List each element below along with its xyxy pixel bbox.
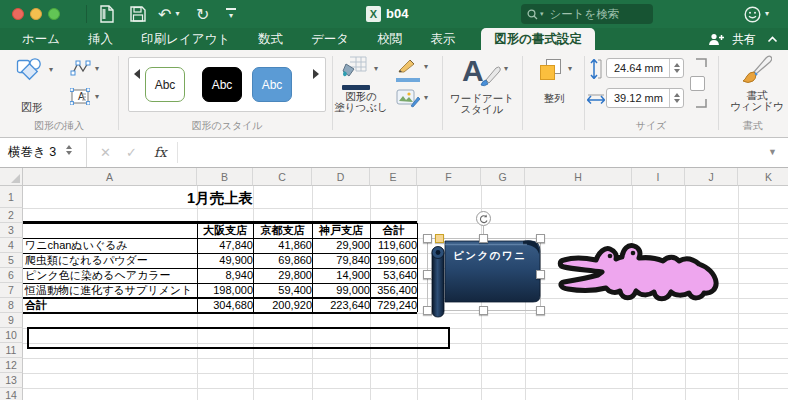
resize-handle-sw[interactable]: [423, 306, 432, 315]
cell-value[interactable]: 119,600: [370, 238, 421, 253]
column-header[interactable]: E: [370, 168, 417, 186]
row-header[interactable]: 8: [0, 298, 23, 313]
shape-height-field[interactable]: 24.64 mm: [606, 58, 684, 78]
rotation-handle[interactable]: [476, 211, 491, 226]
ribbon-tab[interactable]: 数式: [258, 31, 283, 48]
column-header[interactable]: F: [417, 168, 481, 186]
shape-outline-caret[interactable]: ▾: [424, 63, 428, 71]
shape-effects-button[interactable]: [396, 88, 420, 112]
insert-shape-caret[interactable]: ▾: [49, 66, 53, 74]
text-box-button[interactable]: A: [70, 88, 90, 109]
shape-outline-button[interactable]: [396, 58, 420, 82]
name-box-stepper[interactable]: [66, 145, 72, 155]
shape-fill-button[interactable]: [342, 56, 370, 90]
cell-value[interactable]: 14,900: [312, 268, 374, 283]
row-header[interactable]: 6: [0, 268, 23, 283]
fx-icon[interactable]: fx: [154, 138, 167, 167]
edit-points-caret[interactable]: ▾: [95, 65, 99, 73]
ribbon-tab[interactable]: ホーム: [22, 31, 60, 48]
resize-handle-ne[interactable]: [536, 234, 545, 243]
edit-points-button[interactable]: [70, 60, 91, 81]
customize-toolbar-button[interactable]: ▾: [226, 8, 236, 28]
scroll-shape-text[interactable]: ピンクのワニ: [453, 249, 526, 263]
column-header[interactable]: H: [525, 168, 632, 186]
row-label[interactable]: ワニchanぬいぐるみ: [25, 238, 197, 253]
shape-width-field[interactable]: 39.12 mm: [606, 88, 684, 108]
cell-value[interactable]: 29,800: [253, 268, 316, 283]
gallery-prev-arrow[interactable]: [134, 69, 140, 79]
arrange-caret[interactable]: ▾: [568, 65, 572, 73]
header-cell-kyoto[interactable]: 京都支店: [253, 223, 312, 238]
row-header[interactable]: 7: [0, 283, 23, 298]
column-header[interactable]: B: [197, 168, 253, 186]
resize-handle-n[interactable]: [479, 234, 488, 243]
shape-height-value[interactable]: 24.64 mm: [607, 62, 669, 74]
cell-value[interactable]: 79,840: [312, 253, 374, 268]
header-cell-kobe[interactable]: 神戸支店: [312, 223, 370, 238]
redo-button[interactable]: ↻: [196, 4, 209, 24]
shape-fill-caret[interactable]: ▾: [374, 65, 378, 73]
name-box-value[interactable]: 横巻き 3: [8, 138, 56, 167]
shape-style-chip-3[interactable]: Abc: [252, 67, 292, 102]
row-header[interactable]: 10: [0, 328, 23, 343]
row-header[interactable]: 14: [0, 388, 23, 400]
arrange-button[interactable]: [540, 59, 562, 81]
cancel-icon[interactable]: ✕: [100, 138, 111, 167]
insert-shape-button[interactable]: [16, 57, 44, 87]
cell-value[interactable]: 41,860: [253, 238, 316, 253]
new-workbook-button[interactable]: [98, 4, 115, 24]
column-header[interactable]: C: [253, 168, 312, 186]
row-label[interactable]: ピンク色に染めるヘアカラー: [25, 268, 197, 283]
column-header[interactable]: J: [685, 168, 738, 186]
zoom-window-button[interactable]: [48, 8, 60, 20]
rectangle-shape[interactable]: [27, 327, 450, 349]
shape-width-value[interactable]: 39.12 mm: [607, 92, 669, 104]
feedback-smiley-button[interactable]: ▾: [744, 4, 769, 24]
row-label[interactable]: 爬虫類になれるパウダー: [25, 253, 197, 268]
resize-handle-w[interactable]: [423, 270, 432, 279]
share-button[interactable]: 共有: [732, 31, 756, 48]
adjustment-handle-yellow[interactable]: [435, 234, 444, 243]
header-cell-osaka[interactable]: 大阪支店: [197, 223, 253, 238]
row-header[interactable]: 1: [0, 186, 23, 208]
gallery-next-arrow[interactable]: [313, 69, 319, 79]
formula-bar-expand-caret[interactable]: ▼: [768, 138, 777, 167]
search-scope-caret[interactable]: ▾: [540, 10, 544, 18]
minimize-window-button[interactable]: [30, 8, 42, 20]
undo-button[interactable]: ↶ ▾: [158, 4, 179, 24]
pink-crocodile-drawing[interactable]: [556, 241, 722, 315]
tab-shape-format-active[interactable]: 図形の書式設定: [481, 28, 595, 50]
formula-input[interactable]: [180, 138, 760, 167]
column-header[interactable]: D: [312, 168, 370, 186]
search-box[interactable]: ▾ シートを検索: [521, 4, 653, 24]
ribbon-tab[interactable]: 校閲: [377, 31, 402, 48]
column-header[interactable]: K: [738, 168, 788, 186]
column-header[interactable]: I: [632, 168, 685, 186]
resize-handle-nw[interactable]: [423, 234, 432, 243]
column-header[interactable]: A: [23, 168, 197, 186]
row-header[interactable]: 5: [0, 253, 23, 268]
row-header[interactable]: 4: [0, 238, 23, 253]
ribbon-tab[interactable]: 表示: [430, 31, 455, 48]
shape-style-chip-2[interactable]: Abc: [202, 67, 242, 102]
column-header[interactable]: G: [481, 168, 525, 186]
collapse-ribbon-chevron[interactable]: [767, 36, 778, 43]
row-header[interactable]: 13: [0, 373, 23, 388]
row-header[interactable]: 2: [0, 208, 23, 223]
shape-style-chip-1[interactable]: Abc: [145, 67, 185, 102]
row-header[interactable]: 3: [0, 223, 23, 238]
cell-value[interactable]: 29,900: [312, 238, 374, 253]
cell-value[interactable]: 199,600: [370, 253, 421, 268]
wordart-styles-button[interactable]: A: [462, 54, 502, 90]
row-header[interactable]: 11: [0, 343, 23, 358]
format-pane-button[interactable]: [742, 55, 772, 89]
text-box-caret[interactable]: ▾: [95, 93, 99, 101]
resize-handle-e[interactable]: [536, 270, 545, 279]
name-box[interactable]: 横巻き 3: [0, 138, 87, 167]
shape-effects-caret[interactable]: ▾: [424, 94, 428, 102]
cell-value[interactable]: 53,640: [370, 268, 421, 283]
wordart-caret[interactable]: ▾: [504, 65, 508, 73]
undo-dropdown-caret[interactable]: ▾: [175, 10, 179, 18]
ribbon-tab[interactable]: 印刷レイアウト: [141, 31, 230, 48]
lock-aspect-checkbox[interactable]: [690, 76, 705, 91]
